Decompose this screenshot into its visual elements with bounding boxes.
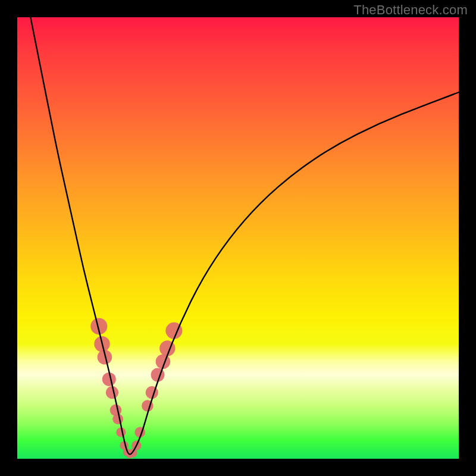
watermark-text: TheBottleneck.com: [353, 2, 468, 18]
plot-area: [17, 17, 459, 459]
chart-frame: TheBottleneck.com: [0, 0, 476, 476]
marker-dot: [112, 414, 123, 424]
markers-group: [90, 318, 182, 458]
chart-svg: [17, 17, 459, 459]
v-curve: [30, 17, 459, 455]
